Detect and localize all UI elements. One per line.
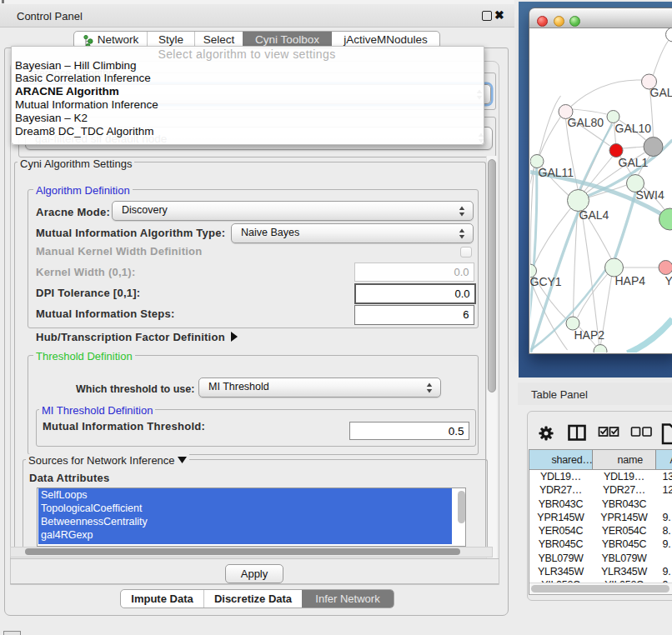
- svg-text:GAL80: GAL80: [567, 116, 604, 129]
- svg-text:HAP4: HAP4: [614, 274, 645, 288]
- svg-text:HAP2: HAP2: [574, 328, 604, 342]
- svg-text:GCY1: GCY1: [530, 275, 562, 288]
- svg-text:GAL1: GAL1: [618, 156, 648, 169]
- svg-text:SWI4: SWI4: [635, 188, 664, 202]
- svg-text:GAL4: GAL4: [579, 208, 609, 222]
- svg-text:GAL10: GAL10: [614, 122, 651, 135]
- svg-text:YE: YE: [664, 274, 672, 288]
- svg-text:GAL11: GAL11: [538, 166, 574, 179]
- svg-text:GAL7: GAL7: [649, 86, 672, 99]
